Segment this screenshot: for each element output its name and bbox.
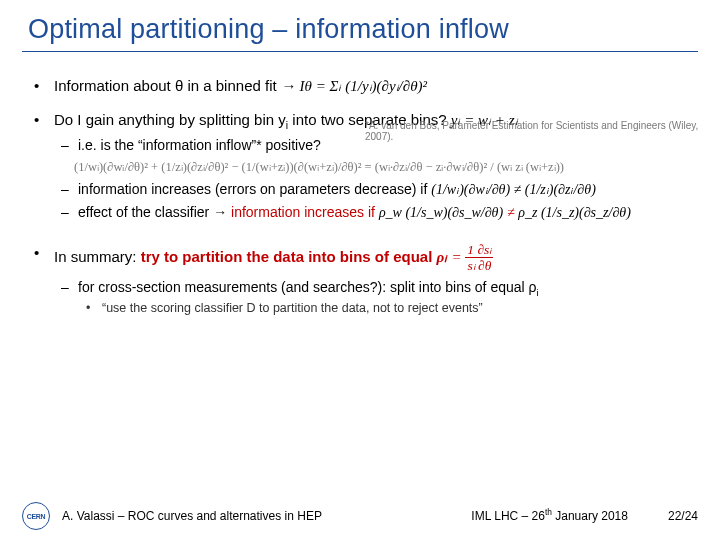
subbullet-xsec: – for cross-section measurements (and se… <box>60 279 686 295</box>
bullet-summary: • In summary: try to partition the data … <box>34 243 686 273</box>
dash-icon: – <box>60 137 70 153</box>
b3-text-b: try to partition the data into bins of e… <box>141 247 437 264</box>
footnote-ref: *A. van den Bos, Parameter Estimation fo… <box>365 120 720 142</box>
arrow-icon: → <box>213 204 231 220</box>
sub5-text: for cross-section measurements (and sear… <box>78 279 537 295</box>
cern-logo-icon: CERN <box>22 502 50 530</box>
slide-footer: CERN A. Valassi – ROC curves and alterna… <box>0 502 720 530</box>
neq-icon: ≠ <box>507 205 518 220</box>
bullet-dot-icon: • <box>34 76 44 96</box>
b2-text-a: Do I gain anything by splitting bin y <box>54 111 286 128</box>
b3-frac-num: 1 ∂sᵢ <box>465 243 493 259</box>
footer-page-number: 22/24 <box>668 509 698 523</box>
bullet-dot-icon: • <box>34 243 44 273</box>
b1-equation: Iθ = Σᵢ (1/yᵢ)(∂yᵢ/∂θ)² <box>300 78 427 94</box>
sub3-equation: (1/wᵢ)(∂wᵢ/∂θ) ≠ (1/zᵢ)(∂zᵢ/∂θ) <box>431 182 596 197</box>
sub2-text-a: i.e. is the “information inflow” <box>78 137 256 153</box>
dash-icon: – <box>60 204 70 221</box>
dash-icon: – <box>60 181 70 198</box>
sub4-equation-lhs: ρ_w (1/s_w)(∂s_w/∂θ) <box>379 205 503 220</box>
derivation-equation: (1/wᵢ)(∂wᵢ/∂θ)² + (1/zᵢ)(∂zᵢ/∂θ)² − (1/(… <box>74 159 686 175</box>
equals-icon: = <box>451 248 465 264</box>
sub3-text: information increases (errors on paramet… <box>78 181 431 197</box>
slide-body: • Information about θ in a binned fit → … <box>0 52 720 315</box>
arrow-icon: → <box>281 78 300 94</box>
footer-author: A. Valassi – ROC curves and alternatives… <box>62 509 322 523</box>
sub4-text-c: information increases if <box>231 204 379 220</box>
logo-text: CERN <box>27 513 46 520</box>
footer-mid-a: IML LHC – 26 <box>471 509 545 523</box>
subbullet-classifier: – effect of the classifier → information… <box>60 204 686 221</box>
b3-rho: ρᵢ <box>437 248 448 264</box>
quote-text: “use the scoring classifier D to partiti… <box>102 301 483 315</box>
footer-ordinal: th <box>545 507 552 517</box>
b1-text: Information about θ in a binned fit <box>54 77 277 94</box>
sub2-text-b: positive? <box>262 137 321 153</box>
subbullet-info-increases: – information increases (errors on param… <box>60 181 686 198</box>
b3-fraction: 1 ∂sᵢ sᵢ ∂θ <box>465 243 493 273</box>
bullet-dot-icon: • <box>34 110 44 130</box>
footnote-text: A. van den Bos, Parameter Estimation for… <box>365 120 698 142</box>
footer-mid-b: January 2018 <box>552 509 628 523</box>
quote-scoring-classifier: • “use the scoring classifier D to parti… <box>86 301 686 315</box>
b3-text-a: In summary: <box>54 247 141 264</box>
sub4-equation-rhs: ρ_z (1/s_z)(∂s_z/∂θ) <box>518 205 631 220</box>
footer-date: IML LHC – 26th January 2018 <box>471 509 628 523</box>
b3-frac-den: sᵢ ∂θ <box>465 258 493 273</box>
bullet-dot-icon: • <box>86 301 94 315</box>
sub4-text-a: effect of the classifier <box>78 204 209 220</box>
dash-icon: – <box>60 279 70 295</box>
bullet-info-theta: • Information about θ in a binned fit → … <box>34 76 686 96</box>
slide-title: Optimal partitioning – information inflo… <box>0 0 720 45</box>
